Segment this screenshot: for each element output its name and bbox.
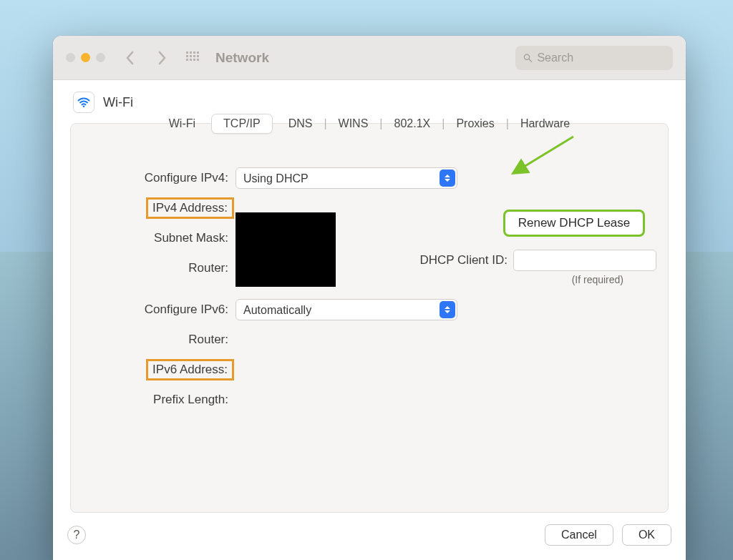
tab-hardware[interactable]: Hardware — [509, 114, 581, 133]
window-title: Network — [215, 50, 269, 66]
configure-ipv6-label: Configure IPv6: — [78, 303, 236, 317]
maximize-window-button[interactable] — [96, 53, 105, 62]
wifi-icon — [73, 92, 94, 113]
svg-rect-6 — [193, 55, 195, 57]
interface-name: Wi-Fi — [103, 95, 133, 110]
configure-ipv6-select[interactable]: Automatically — [236, 299, 457, 320]
tab-dns[interactable]: DNS — [277, 114, 324, 133]
forward-button[interactable] — [151, 47, 173, 69]
ipv4-router-label: Router: — [78, 261, 236, 275]
sheet-footer: ? Cancel OK — [53, 516, 686, 560]
svg-rect-9 — [190, 59, 192, 61]
subnet-mask-label: Subnet Mask: — [78, 231, 236, 245]
svg-rect-8 — [186, 59, 188, 61]
tab-wins[interactable]: WINS — [327, 114, 380, 133]
dhcp-client-id-label: DHCP Client ID: — [420, 253, 508, 267]
svg-rect-3 — [197, 51, 199, 54]
renew-dhcp-lease-button[interactable]: Renew DHCP Lease — [503, 210, 646, 237]
ok-button[interactable]: OK — [622, 524, 671, 546]
minimize-window-button[interactable] — [81, 53, 90, 62]
configure-ipv4-label: Configure IPv4: — [78, 171, 236, 185]
svg-rect-2 — [193, 51, 195, 54]
redacted-ip-block — [236, 212, 336, 287]
dhcp-client-id-input[interactable] — [513, 250, 656, 271]
svg-rect-7 — [197, 55, 199, 57]
tab-tcpip[interactable]: TCP/IP — [211, 114, 273, 134]
prefix-length-label: Prefix Length: — [78, 393, 236, 407]
svg-point-12 — [524, 54, 529, 59]
ipv6-address-label: IPv6 Address: — [146, 359, 234, 380]
ipv4-address-label: IPv4 Address: — [146, 197, 234, 219]
content-area: Wi-Fi Wi-FiTCP/IPDNS|WINS|802.1X|Proxies… — [53, 80, 686, 560]
svg-rect-11 — [197, 59, 199, 61]
svg-rect-5 — [190, 55, 192, 57]
ipv6-router-label: Router: — [78, 333, 236, 347]
svg-rect-1 — [190, 51, 192, 54]
svg-rect-10 — [193, 59, 195, 61]
help-button[interactable]: ? — [67, 526, 86, 544]
configure-ipv4-select[interactable]: Using DHCP — [236, 167, 457, 189]
interface-header: Wi-Fi — [73, 92, 670, 113]
svg-line-13 — [529, 59, 532, 62]
form-area: Configure IPv4: Using DHCP IPv4 Address:… — [71, 157, 668, 512]
dhcp-client-id-hint: (If required) — [572, 274, 623, 285]
close-window-button[interactable] — [66, 53, 75, 62]
svg-rect-4 — [186, 55, 188, 57]
svg-rect-0 — [186, 51, 188, 54]
settings-panel: Wi-FiTCP/IPDNS|WINS|802.1X|Proxies|Hardw… — [70, 123, 669, 513]
traffic-lights — [66, 53, 105, 62]
search-field-container — [515, 46, 673, 70]
tab-proxies[interactable]: Proxies — [445, 114, 505, 133]
show-all-preferences-button[interactable] — [183, 48, 203, 68]
back-button[interactable] — [120, 47, 141, 69]
tab-wifi[interactable]: Wi-Fi — [157, 114, 207, 133]
preferences-window: Network Wi-Fi Wi-FiTCP/IPDNS|WINS|802.1X… — [53, 36, 686, 560]
tabs-container: Wi-FiTCP/IPDNS|WINS|802.1X|Proxies|Hardw… — [71, 114, 668, 134]
svg-point-14 — [83, 106, 85, 108]
tab-8021x[interactable]: 802.1X — [383, 114, 442, 133]
search-icon — [523, 52, 533, 64]
titlebar: Network — [53, 36, 686, 80]
cancel-button[interactable]: Cancel — [545, 524, 613, 546]
search-input[interactable] — [537, 51, 666, 64]
